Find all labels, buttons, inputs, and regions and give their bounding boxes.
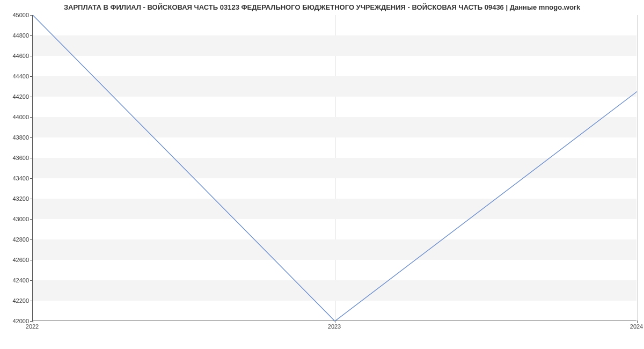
y-tick-label: 43800: [2, 134, 29, 141]
y-tick-mark: [30, 301, 33, 301]
grid-vertical: [637, 15, 638, 321]
x-tick-label: 2022: [26, 323, 39, 330]
y-tick-mark: [30, 117, 33, 118]
y-tick-mark: [30, 178, 33, 179]
y-tick-mark: [30, 280, 33, 281]
y-tick-mark: [30, 158, 33, 158]
chart-title: ЗАРПЛАТА В ФИЛИАЛ - ВОЙСКОВАЯ ЧАСТЬ 0312…: [0, 3, 644, 11]
y-tick-label: 42200: [2, 297, 29, 304]
y-tick-label: 42600: [2, 257, 29, 263]
y-tick-mark: [30, 260, 33, 260]
y-tick-label: 44000: [2, 114, 29, 120]
line-series: [33, 15, 636, 321]
y-tick-label: 45000: [2, 12, 29, 18]
y-tick-label: 42000: [2, 318, 29, 324]
y-tick-mark: [30, 15, 33, 16]
y-tick-mark: [30, 35, 33, 36]
y-tick-label: 43000: [2, 216, 29, 222]
y-tick-label: 44400: [2, 73, 29, 79]
y-tick-label: 44200: [2, 93, 29, 100]
y-tick-mark: [30, 56, 33, 56]
y-tick-mark: [30, 219, 33, 220]
x-tick-label: 2023: [328, 323, 341, 330]
y-tick-label: 43400: [2, 175, 29, 181]
y-tick-label: 42400: [2, 277, 29, 283]
y-tick-mark: [30, 199, 33, 199]
y-tick-label: 42800: [2, 236, 29, 243]
y-tick-mark: [30, 97, 33, 97]
y-tick-label: 43200: [2, 195, 29, 202]
y-tick-label: 44800: [2, 32, 29, 39]
y-tick-mark: [30, 239, 33, 240]
salary-line: [33, 15, 637, 321]
y-tick-mark: [30, 137, 33, 138]
y-tick-mark: [30, 76, 33, 77]
y-tick-label: 43600: [2, 155, 29, 161]
x-tick-label: 2024: [630, 323, 643, 330]
plot-area: [32, 15, 636, 321]
y-tick-label: 44600: [2, 53, 29, 59]
